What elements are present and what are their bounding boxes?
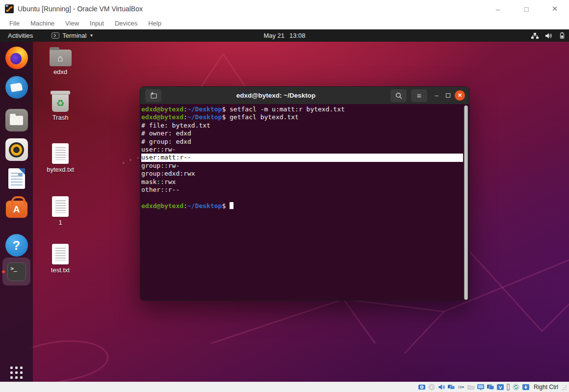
terminal-window: edxd@bytexd: ~/Desktop ≡ – ✕ edxd@bytexd… <box>140 86 469 301</box>
dock-item-terminal[interactable]: >_ <box>0 258 33 286</box>
indicator-bar-icon <box>506 384 510 391</box>
terminal-mini-icon <box>52 32 59 39</box>
terminal-line: user::rw- <box>141 146 462 154</box>
optical-disc-icon[interactable] <box>428 384 436 391</box>
help-icon: ? <box>5 234 28 257</box>
menu-view[interactable]: View <box>60 20 84 27</box>
terminal-line-prompt: edxd@bytexd:~/Desktop$ <box>141 202 462 210</box>
app-indicator-label: Terminal <box>62 32 86 39</box>
recycle-icon: ♻ <box>56 99 64 108</box>
volume-icon <box>545 32 552 39</box>
terminal-line: edxd@bytexd:~/Desktop$ setfacl -m u:matt… <box>141 105 462 113</box>
scrollbar-thumb[interactable] <box>464 105 468 300</box>
dock-item-help[interactable]: ? <box>0 234 33 257</box>
terminal-titlebar[interactable]: edxd@bytexd: ~/Desktop ≡ – ✕ <box>140 87 469 104</box>
network-adapters-icon[interactable] <box>447 384 455 391</box>
desktop-icon-1[interactable]: 1 <box>43 196 78 226</box>
terminal-minimize-button[interactable]: – <box>432 92 441 99</box>
desktop-icon-label: 1 <box>58 219 62 226</box>
virtualbox-titlebar: Ubuntu [Running] - Oracle VM VirtualBox … <box>0 0 569 18</box>
battery-icon <box>558 32 566 39</box>
terminal-scrollbar[interactable] <box>464 105 468 300</box>
shared-folders-icon[interactable] <box>467 384 475 391</box>
home-icon: ⌂ <box>57 53 63 63</box>
firefox-icon <box>5 47 28 69</box>
menu-help[interactable]: Help <box>143 20 167 27</box>
hamburger-menu-icon: ≡ <box>417 91 421 100</box>
usb-icon[interactable] <box>457 384 465 391</box>
dock-item-thunderbird[interactable] <box>0 76 33 99</box>
dock-item-firefox[interactable] <box>0 47 33 69</box>
desktop-icon-label: bytexd.txt <box>47 166 74 173</box>
display-icon[interactable] <box>477 384 485 391</box>
show-applications-button[interactable] <box>0 366 33 379</box>
terminal-icon: >_ <box>7 262 26 281</box>
vm-display: Activities Terminal ▼ May 21 13:08 <box>0 29 569 382</box>
new-tab-icon <box>149 92 157 99</box>
virtualbox-vm-icon <box>5 4 14 13</box>
desktop-icon-label: Trash <box>52 114 69 121</box>
desktop-icon-edxd[interactable]: ⌂ edxd <box>43 47 78 76</box>
clock[interactable]: May 21 13:08 <box>263 32 305 39</box>
window-maximize-button[interactable]: □ <box>512 0 541 18</box>
text-file-icon <box>52 244 69 264</box>
window-title: Ubuntu [Running] - Oracle VM VirtualBox <box>18 5 484 13</box>
files-icon <box>5 109 28 131</box>
desktop-icon-bytexd-txt[interactable]: bytexd.txt <box>43 143 78 173</box>
app-indicator-terminal[interactable]: Terminal ▼ <box>52 32 93 39</box>
desktop-icon-trash[interactable]: ♻ Trash <box>43 92 78 121</box>
terminal-line-highlighted: user:matt:r-- <box>141 154 463 161</box>
terminal-maximize-button[interactable] <box>446 93 450 98</box>
recording-icon[interactable] <box>487 384 494 391</box>
clock-time: 13:08 <box>289 32 306 39</box>
terminal-content[interactable]: edxd@bytexd:~/Desktop$ setfacl -m u:matt… <box>140 104 469 301</box>
host-key-label: Right Ctrl <box>534 384 558 391</box>
home-folder-icon: ⌂ <box>50 50 72 66</box>
mouse-integration-icon[interactable] <box>512 384 520 391</box>
system-tray[interactable] <box>531 32 569 39</box>
menu-button[interactable]: ≡ <box>411 89 427 102</box>
terminal-cursor <box>230 202 233 209</box>
terminal-line: # group: edxd <box>141 138 462 146</box>
show-applications-grid-icon <box>10 366 23 379</box>
menu-devices[interactable]: Devices <box>109 20 143 27</box>
desktop-icon-label: test.txt <box>51 266 70 274</box>
network-icon <box>531 32 539 39</box>
window-close-button[interactable]: ✕ <box>541 0 569 18</box>
menu-file[interactable]: File <box>4 20 25 27</box>
terminal-line-blank <box>141 194 462 202</box>
terminal-line: group::rw- <box>141 162 462 170</box>
dock-item-rhythmbox[interactable] <box>0 138 33 161</box>
libreoffice-writer-icon <box>8 168 25 189</box>
audio-icon[interactable] <box>438 384 445 391</box>
chevron-down-icon: ▼ <box>89 33 93 38</box>
menu-input[interactable]: Input <box>84 20 109 27</box>
dock-item-ubuntu-software[interactable]: A <box>0 196 33 218</box>
svg-text:V: V <box>499 385 502 390</box>
terminal-line: # owner: edxd <box>141 130 462 137</box>
terminal-line: mask::rwx <box>141 178 462 186</box>
virtualbox-statusbar: V Right Ctrl <box>0 382 569 392</box>
gnome-topbar: Activities Terminal ▼ May 21 13:08 <box>0 29 569 42</box>
vm-features-icon[interactable]: V <box>496 384 504 391</box>
dock-item-files[interactable] <box>0 109 33 131</box>
ubuntu-software-icon: A <box>6 201 27 218</box>
desktop-icon-test-txt[interactable]: test.txt <box>43 244 78 274</box>
menu-machine[interactable]: Machine <box>25 20 60 27</box>
terminal-close-button[interactable]: ✕ <box>455 90 465 101</box>
text-file-icon <box>52 196 69 217</box>
keyboard-capture-icon[interactable] <box>522 384 530 391</box>
clock-date: May 21 <box>263 32 284 39</box>
new-tab-button[interactable] <box>145 89 161 102</box>
terminal-line: edxd@bytexd:~/Desktop$ getfacl bytexd.tx… <box>141 113 462 121</box>
window-minimize-button[interactable]: – <box>484 0 512 18</box>
search-button[interactable] <box>390 89 407 102</box>
hdd-icon[interactable] <box>418 384 426 391</box>
resize-grip[interactable] <box>562 384 567 390</box>
activities-button[interactable]: Activities <box>0 29 41 42</box>
dock-item-libreoffice-writer[interactable] <box>0 168 33 189</box>
terminal-title: edxd@bytexd: ~/Desktop <box>161 92 390 99</box>
trash-icon: ♻ <box>52 92 69 112</box>
rhythmbox-icon <box>5 138 28 161</box>
terminal-line: other::r-- <box>141 186 462 194</box>
